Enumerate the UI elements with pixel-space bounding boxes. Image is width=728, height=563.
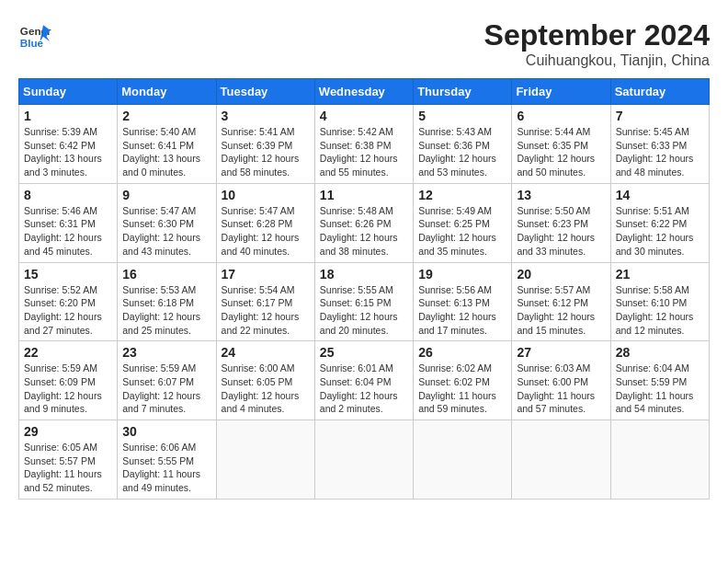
day-number: 7 — [616, 109, 704, 123]
day-info: Sunrise: 6:00 AM Sunset: 6:05 PM Dayligh… — [222, 362, 310, 416]
day-number: 4 — [320, 109, 408, 123]
calendar-cell — [216, 420, 314, 500]
page-header: General Blue September 2024 Cuihuangkou,… — [18, 18, 710, 69]
col-header-saturday: Saturday — [610, 79, 709, 105]
day-number: 24 — [222, 345, 310, 360]
day-info: Sunrise: 5:53 AM Sunset: 6:18 PM Dayligh… — [122, 283, 210, 338]
col-header-friday: Friday — [512, 79, 610, 105]
calendar-cell — [610, 420, 709, 500]
col-header-wednesday: Wednesday — [314, 79, 413, 105]
week-row-5: 29Sunrise: 6:05 AM Sunset: 5:57 PM Dayli… — [19, 420, 710, 500]
day-info: Sunrise: 5:57 AM Sunset: 6:12 PM Dayligh… — [517, 283, 605, 338]
day-number: 12 — [418, 188, 506, 202]
day-number: 29 — [24, 424, 112, 439]
day-number: 15 — [24, 267, 112, 282]
calendar-cell: 22Sunrise: 5:59 AM Sunset: 6:09 PM Dayli… — [19, 341, 118, 420]
calendar-cell: 16Sunrise: 5:53 AM Sunset: 6:18 PM Dayli… — [118, 262, 216, 341]
day-info: Sunrise: 5:59 AM Sunset: 6:09 PM Dayligh… — [24, 362, 112, 416]
day-info: Sunrise: 5:58 AM Sunset: 6:10 PM Dayligh… — [616, 283, 704, 338]
day-number: 10 — [222, 188, 310, 202]
day-number: 30 — [122, 424, 210, 439]
day-info: Sunrise: 5:45 AM Sunset: 6:33 PM Dayligh… — [616, 125, 704, 179]
day-number: 13 — [517, 188, 605, 202]
calendar-cell: 26Sunrise: 6:02 AM Sunset: 6:02 PM Dayli… — [414, 341, 512, 420]
day-number: 9 — [122, 188, 210, 202]
location-subtitle: Cuihuangkou, Tianjin, China — [484, 52, 710, 69]
calendar-cell: 19Sunrise: 5:56 AM Sunset: 6:13 PM Dayli… — [414, 262, 512, 341]
calendar-cell: 5Sunrise: 5:43 AM Sunset: 6:36 PM Daylig… — [414, 105, 512, 184]
day-info: Sunrise: 5:42 AM Sunset: 6:38 PM Dayligh… — [320, 125, 408, 179]
day-info: Sunrise: 5:48 AM Sunset: 6:26 PM Dayligh… — [320, 204, 408, 259]
day-number: 18 — [320, 267, 408, 282]
calendar-cell: 20Sunrise: 5:57 AM Sunset: 6:12 PM Dayli… — [512, 262, 610, 341]
day-number: 26 — [418, 345, 506, 360]
day-number: 19 — [418, 267, 506, 282]
logo: General Blue — [18, 18, 51, 52]
day-info: Sunrise: 5:43 AM Sunset: 6:36 PM Dayligh… — [418, 125, 506, 179]
calendar-cell: 21Sunrise: 5:58 AM Sunset: 6:10 PM Dayli… — [610, 262, 709, 341]
calendar-cell: 14Sunrise: 5:51 AM Sunset: 6:22 PM Dayli… — [610, 183, 709, 262]
week-row-2: 8Sunrise: 5:46 AM Sunset: 6:31 PM Daylig… — [19, 183, 710, 262]
day-info: Sunrise: 6:01 AM Sunset: 6:04 PM Dayligh… — [320, 362, 408, 416]
calendar-cell: 28Sunrise: 6:04 AM Sunset: 5:59 PM Dayli… — [610, 341, 709, 420]
calendar-header-row: SundayMondayTuesdayWednesdayThursdayFrid… — [19, 79, 710, 105]
calendar-cell: 24Sunrise: 6:00 AM Sunset: 6:05 PM Dayli… — [216, 341, 314, 420]
day-info: Sunrise: 5:40 AM Sunset: 6:41 PM Dayligh… — [122, 125, 210, 179]
day-info: Sunrise: 5:52 AM Sunset: 6:20 PM Dayligh… — [24, 283, 112, 338]
day-info: Sunrise: 5:46 AM Sunset: 6:31 PM Dayligh… — [24, 204, 112, 259]
logo-icon: General Blue — [18, 18, 51, 52]
day-number: 11 — [320, 188, 408, 202]
month-year-title: September 2024 — [484, 18, 710, 52]
day-info: Sunrise: 6:03 AM Sunset: 6:00 PM Dayligh… — [517, 362, 605, 416]
calendar-cell: 8Sunrise: 5:46 AM Sunset: 6:31 PM Daylig… — [19, 183, 118, 262]
calendar-cell: 13Sunrise: 5:50 AM Sunset: 6:23 PM Dayli… — [512, 183, 610, 262]
title-block: September 2024 Cuihuangkou, Tianjin, Chi… — [484, 18, 710, 69]
day-info: Sunrise: 5:47 AM Sunset: 6:28 PM Dayligh… — [222, 204, 310, 259]
calendar-cell: 3Sunrise: 5:41 AM Sunset: 6:39 PM Daylig… — [216, 105, 314, 184]
day-info: Sunrise: 5:44 AM Sunset: 6:35 PM Dayligh… — [517, 125, 605, 179]
calendar-cell: 1Sunrise: 5:39 AM Sunset: 6:42 PM Daylig… — [19, 105, 118, 184]
day-info: Sunrise: 6:02 AM Sunset: 6:02 PM Dayligh… — [418, 362, 506, 416]
day-info: Sunrise: 6:04 AM Sunset: 5:59 PM Dayligh… — [616, 362, 704, 416]
calendar-cell: 4Sunrise: 5:42 AM Sunset: 6:38 PM Daylig… — [314, 105, 413, 184]
day-info: Sunrise: 5:56 AM Sunset: 6:13 PM Dayligh… — [418, 283, 506, 338]
day-number: 3 — [222, 109, 310, 123]
day-number: 27 — [517, 345, 605, 360]
calendar-body: 1Sunrise: 5:39 AM Sunset: 6:42 PM Daylig… — [19, 105, 710, 500]
day-info: Sunrise: 5:50 AM Sunset: 6:23 PM Dayligh… — [517, 204, 605, 259]
calendar-cell: 17Sunrise: 5:54 AM Sunset: 6:17 PM Dayli… — [216, 262, 314, 341]
calendar-cell: 11Sunrise: 5:48 AM Sunset: 6:26 PM Dayli… — [314, 183, 413, 262]
calendar-cell: 29Sunrise: 6:05 AM Sunset: 5:57 PM Dayli… — [19, 420, 118, 500]
col-header-tuesday: Tuesday — [216, 79, 314, 105]
day-info: Sunrise: 5:47 AM Sunset: 6:30 PM Dayligh… — [122, 204, 210, 259]
calendar-cell: 18Sunrise: 5:55 AM Sunset: 6:15 PM Dayli… — [314, 262, 413, 341]
calendar-cell: 15Sunrise: 5:52 AM Sunset: 6:20 PM Dayli… — [19, 262, 118, 341]
col-header-monday: Monday — [118, 79, 216, 105]
calendar-cell — [414, 420, 512, 500]
day-info: Sunrise: 5:54 AM Sunset: 6:17 PM Dayligh… — [222, 283, 310, 338]
day-info: Sunrise: 5:41 AM Sunset: 6:39 PM Dayligh… — [222, 125, 310, 179]
day-info: Sunrise: 5:59 AM Sunset: 6:07 PM Dayligh… — [122, 362, 210, 416]
week-row-3: 15Sunrise: 5:52 AM Sunset: 6:20 PM Dayli… — [19, 262, 710, 341]
calendar-cell: 30Sunrise: 6:06 AM Sunset: 5:55 PM Dayli… — [118, 420, 216, 500]
calendar-cell: 6Sunrise: 5:44 AM Sunset: 6:35 PM Daylig… — [512, 105, 610, 184]
day-number: 21 — [616, 267, 704, 282]
calendar-cell: 27Sunrise: 6:03 AM Sunset: 6:00 PM Dayli… — [512, 341, 610, 420]
day-number: 14 — [616, 188, 704, 202]
week-row-4: 22Sunrise: 5:59 AM Sunset: 6:09 PM Dayli… — [19, 341, 710, 420]
calendar-cell: 2Sunrise: 5:40 AM Sunset: 6:41 PM Daylig… — [118, 105, 216, 184]
day-number: 25 — [320, 345, 408, 360]
day-info: Sunrise: 6:06 AM Sunset: 5:55 PM Dayligh… — [122, 441, 210, 495]
svg-text:Blue: Blue — [20, 37, 44, 49]
week-row-1: 1Sunrise: 5:39 AM Sunset: 6:42 PM Daylig… — [19, 105, 710, 184]
col-header-sunday: Sunday — [19, 79, 118, 105]
day-info: Sunrise: 6:05 AM Sunset: 5:57 PM Dayligh… — [24, 441, 112, 495]
day-info: Sunrise: 5:55 AM Sunset: 6:15 PM Dayligh… — [320, 283, 408, 338]
day-info: Sunrise: 5:49 AM Sunset: 6:25 PM Dayligh… — [418, 204, 506, 259]
calendar-cell: 23Sunrise: 5:59 AM Sunset: 6:07 PM Dayli… — [118, 341, 216, 420]
day-number: 17 — [222, 267, 310, 282]
calendar-cell: 9Sunrise: 5:47 AM Sunset: 6:30 PM Daylig… — [118, 183, 216, 262]
day-number: 2 — [122, 109, 210, 123]
day-number: 22 — [24, 345, 112, 360]
calendar-cell: 12Sunrise: 5:49 AM Sunset: 6:25 PM Dayli… — [414, 183, 512, 262]
